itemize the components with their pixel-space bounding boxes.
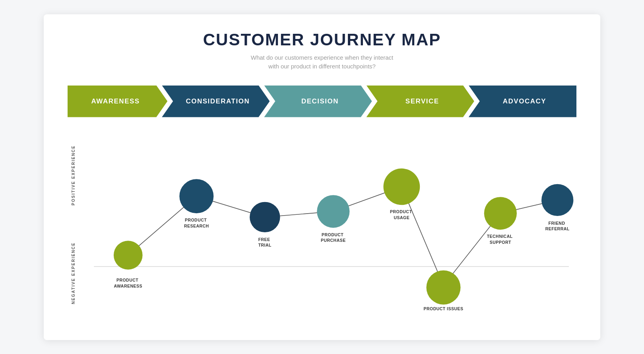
y-axis-labels: POSITIVE EXPERIENCE NEGATIVE EXPERIENCE: [68, 133, 79, 316]
label-technical-support: TECHNICAL SUPPORT: [487, 234, 514, 244]
journey-svg: PRODUCT AWARENESS PRODUCT RESEARCH FREE …: [79, 133, 576, 316]
positive-experience-label: POSITIVE EXPERIENCE: [71, 145, 76, 205]
label-friend-referral: FRIEND REFERRAL: [545, 221, 570, 231]
negative-experience-label: NEGATIVE EXPERIENCE: [71, 242, 76, 304]
circle-free-trial: [250, 202, 280, 232]
stage-consideration: CONSIDERATION: [162, 86, 270, 117]
page-header: CUSTOMER JOURNEY MAP What do our custome…: [68, 30, 576, 71]
journey-chart-area: POSITIVE EXPERIENCE NEGATIVE EXPERIENCE …: [68, 133, 576, 316]
stage-decision: DECISION: [264, 86, 372, 117]
circle-product-usage: [383, 168, 420, 205]
page-subtitle: What do our customers experience when th…: [68, 53, 576, 71]
chart-svg-container: PRODUCT AWARENESS PRODUCT RESEARCH FREE …: [79, 133, 576, 316]
main-card: CUSTOMER JOURNEY MAP What do our custome…: [44, 14, 600, 340]
label-product-research: PRODUCT RESEARCH: [184, 218, 209, 228]
label-free-trial: FREE TRIAL: [258, 237, 272, 247]
circle-product-awareness: [114, 241, 143, 270]
stage-service: SERVICE: [367, 86, 474, 117]
stage-awareness: AWARENESS: [68, 86, 167, 117]
label-product-issues: PRODUCT ISSUES: [423, 306, 463, 311]
circle-technical-support: [484, 197, 517, 230]
page-title: CUSTOMER JOURNEY MAP: [68, 30, 576, 49]
circle-friend-referral: [541, 184, 573, 216]
stage-advocacy: ADVOCACY: [469, 86, 576, 117]
circle-product-purchase: [317, 195, 349, 228]
label-product-awareness: PRODUCT AWARENESS: [114, 278, 142, 288]
label-product-usage: PRODUCT USAGE: [390, 209, 413, 220]
label-product-purchase: PRODUCT PURCHASE: [321, 232, 346, 242]
circle-product-issues: [426, 270, 460, 304]
circle-product-research: [179, 179, 213, 213]
stage-banner: AWARENESS CONSIDERATION DECISION SERVICE…: [68, 86, 576, 117]
